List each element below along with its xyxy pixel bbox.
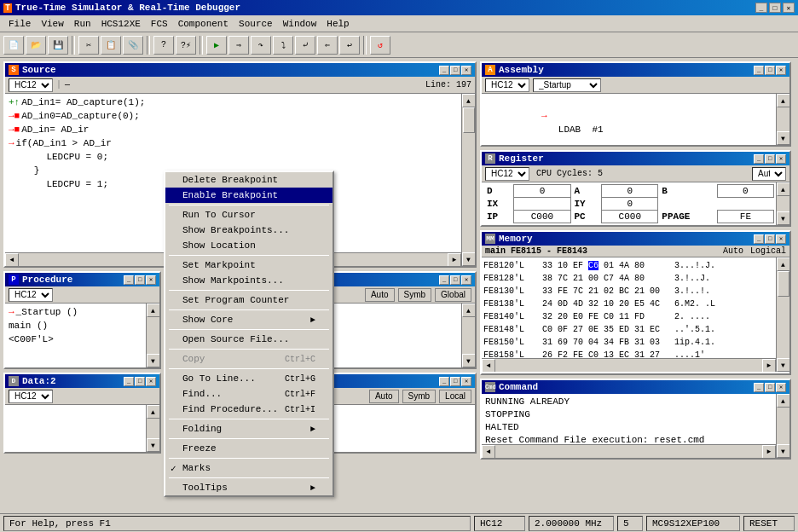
- menu-help[interactable]: Help: [321, 17, 354, 31]
- menu-view[interactable]: View: [36, 17, 68, 31]
- procedure-scroll-up[interactable]: ▲: [147, 304, 160, 317]
- memory-scroll-track-h[interactable]: [495, 359, 762, 372]
- ctx-find-procedure[interactable]: Find Procedure... Ctrl+I: [165, 402, 332, 417]
- menu-window[interactable]: Window: [278, 17, 322, 31]
- procedure-scroll-track[interactable]: [147, 317, 159, 354]
- source-scroll-down[interactable]: ▼: [462, 252, 476, 266]
- command-minimize[interactable]: _: [754, 383, 764, 392]
- step4-button[interactable]: ⤶: [295, 36, 315, 55]
- reg-ppage-value[interactable]: FE: [717, 211, 773, 223]
- data1-maximize[interactable]: □: [450, 275, 460, 285]
- memory-hscrollbar[interactable]: ◄ ►: [482, 358, 776, 372]
- close-button[interactable]: ✕: [783, 3, 795, 13]
- source-scroll-left[interactable]: ◄: [5, 253, 19, 267]
- data2b-symb-btn[interactable]: Symb: [402, 390, 437, 403]
- assembly-minimize[interactable]: _: [754, 66, 764, 75]
- register-minimize[interactable]: _: [754, 154, 764, 164]
- source-scroll-track[interactable]: [462, 107, 475, 252]
- data1-vscrollbar[interactable]: ▲ ▼: [461, 304, 475, 367]
- ctx-enable-breakpoint[interactable]: Enable Breakpoint: [165, 188, 332, 203]
- reg-d-value[interactable]: 0: [514, 185, 570, 198]
- reg-ix-value[interactable]: [514, 198, 570, 211]
- ctx-delete-breakpoint[interactable]: Delete Breakpoint: [165, 172, 332, 188]
- data1-close[interactable]: ✕: [461, 275, 471, 285]
- ctx-marks[interactable]: ✓ Marks: [165, 460, 332, 476]
- procedure-close[interactable]: ✕: [146, 275, 156, 285]
- assembly-vscrollbar[interactable]: ▲ ▼: [776, 94, 789, 145]
- menu-component[interactable]: Component: [173, 17, 234, 31]
- ctx-set-markpoint[interactable]: Set Markpoint: [165, 257, 332, 273]
- memory-scroll-up[interactable]: ▲: [777, 257, 790, 271]
- data2b-auto-btn[interactable]: Auto: [369, 390, 399, 403]
- memory-scroll-track[interactable]: [777, 271, 789, 358]
- command-scroll-track[interactable]: [777, 408, 789, 444]
- minimize-button[interactable]: _: [755, 3, 767, 13]
- proc-item-2[interactable]: main (): [9, 319, 142, 332]
- memory-scroll-left[interactable]: ◄: [482, 359, 495, 373]
- cut-button[interactable]: ✂: [78, 36, 99, 55]
- run-button[interactable]: ▶: [206, 36, 227, 55]
- source-vscrollbar[interactable]: ▲ ▼: [461, 94, 475, 266]
- assembly-scroll-down[interactable]: ▼: [777, 131, 790, 145]
- data1-scroll-down[interactable]: ▼: [462, 354, 476, 367]
- copy-button[interactable]: 📋: [101, 36, 121, 55]
- memory-scroll-right[interactable]: ►: [762, 359, 776, 373]
- data2-scroll-up[interactable]: ▲: [147, 405, 160, 419]
- ctx-set-program-counter[interactable]: Set Program Counter: [165, 292, 332, 308]
- register-cpu-select[interactable]: HC12: [485, 167, 529, 181]
- assembly-scroll-track[interactable]: [777, 107, 789, 131]
- command-hscrollbar[interactable]: ◄ ►: [482, 444, 776, 458]
- new-button[interactable]: 📄: [3, 36, 24, 55]
- step-button[interactable]: ⇒: [228, 36, 249, 55]
- reg-pc-value[interactable]: C000: [602, 211, 658, 223]
- source-close[interactable]: ✕: [461, 66, 471, 75]
- data1-global-btn[interactable]: Global: [435, 288, 471, 302]
- register-mode-select[interactable]: Auto: [752, 167, 786, 181]
- memory-close[interactable]: ✕: [776, 234, 786, 244]
- assembly-maximize[interactable]: □: [765, 66, 775, 75]
- data2-cpu-select[interactable]: HC12: [9, 390, 53, 403]
- menu-run[interactable]: Run: [69, 17, 96, 31]
- data2-minimize[interactable]: _: [124, 377, 134, 386]
- register-scroll-up[interactable]: ▲: [777, 182, 790, 196]
- paste-button[interactable]: 📎: [123, 36, 143, 55]
- menu-hcs12xe[interactable]: HCS12XE: [96, 17, 146, 31]
- data2-scroll-down[interactable]: ▼: [147, 438, 160, 452]
- maximize-button[interactable]: □: [769, 3, 781, 13]
- proc-item-3[interactable]: <C00F'L>: [9, 332, 142, 346]
- procedure-maximize[interactable]: □: [135, 275, 145, 285]
- assembly-close[interactable]: ✕: [776, 66, 786, 75]
- source-title-bar[interactable]: S Source _ □ ✕: [5, 63, 475, 77]
- reg-ip-value[interactable]: C000: [514, 211, 570, 223]
- data2-close[interactable]: ✕: [146, 377, 156, 386]
- command-scroll-right[interactable]: ►: [762, 445, 776, 459]
- command-title-bar[interactable]: Cmd Command _ □ ✕: [482, 380, 789, 394]
- source-minimize[interactable]: _: [439, 66, 449, 75]
- procedure-vscrollbar[interactable]: ▲ ▼: [146, 304, 159, 367]
- register-close[interactable]: ✕: [776, 154, 786, 164]
- data1-scroll-track[interactable]: [462, 317, 475, 354]
- command-scroll-track-h[interactable]: [495, 445, 762, 458]
- data2b-minimize[interactable]: _: [439, 377, 449, 386]
- command-scroll-up[interactable]: ▲: [777, 394, 790, 408]
- memory-minimize[interactable]: _: [754, 234, 764, 244]
- ctx-goto-line[interactable]: Go To Line... Ctrl+G: [165, 371, 332, 386]
- data2-maximize[interactable]: □: [135, 377, 145, 386]
- step6-button[interactable]: ↩: [339, 36, 360, 55]
- assembly-func-select[interactable]: _Startup: [533, 78, 601, 92]
- register-vscrollbar[interactable]: ▲ ▼: [776, 182, 789, 225]
- data2b-local-btn[interactable]: Local: [439, 390, 471, 403]
- register-scroll-down[interactable]: ▼: [777, 211, 790, 225]
- reset-button[interactable]: ↺: [370, 36, 390, 55]
- data2b-close[interactable]: ✕: [461, 377, 471, 386]
- command-maximize[interactable]: □: [765, 383, 775, 392]
- memory-title-bar[interactable]: MM Memory _ □ ✕: [482, 232, 789, 246]
- save-button[interactable]: 💾: [48, 36, 68, 55]
- register-scroll-track[interactable]: [777, 196, 789, 211]
- proc-item-1[interactable]: → _Startup (): [9, 305, 142, 319]
- ctx-show-core[interactable]: Show Core ►: [165, 312, 332, 327]
- command-vscrollbar[interactable]: ▲ ▼: [776, 394, 789, 458]
- source-cpu-select[interactable]: HC12: [9, 78, 53, 92]
- help2-button[interactable]: ?⚡: [176, 36, 196, 55]
- ctx-show-breakpoints[interactable]: Show Breakpoints...: [165, 223, 332, 238]
